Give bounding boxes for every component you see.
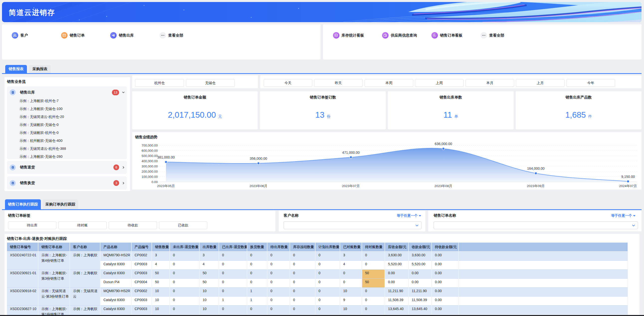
svg-text:2023年07月: 2023年07月	[342, 184, 360, 188]
svg-text:0.00: 0.00	[152, 180, 158, 184]
svg-text:381,000.00: 381,000.00	[157, 155, 175, 159]
svg-text:2023年06月: 2023年06月	[250, 184, 268, 188]
svg-text:100,000.00: 100,000.00	[142, 175, 158, 179]
svg-text:600,000.00: 600,000.00	[142, 149, 158, 153]
svg-text:简道云进销存: 简道云进销存	[8, 8, 55, 16]
svg-text:2023年08月: 2023年08月	[434, 184, 452, 188]
svg-text:700,000.00: 700,000.00	[142, 144, 158, 147]
svg-text:9,150.00: 9,150.00	[621, 175, 635, 179]
svg-text:400,000.00: 400,000.00	[142, 159, 158, 163]
svg-text:2024年07月: 2024年07月	[619, 184, 637, 188]
svg-text:200,000.00: 200,000.00	[142, 170, 158, 173]
svg-text:471,000.00: 471,000.00	[342, 151, 360, 155]
svg-text:2023年05月: 2023年05月	[157, 184, 175, 188]
svg-text:356,000.00: 356,000.00	[250, 157, 267, 160]
svg-text:2023年09月: 2023年09月	[527, 184, 545, 188]
svg-text:300,000.00: 300,000.00	[142, 164, 158, 168]
svg-text:636,000.00: 636,000.00	[435, 142, 452, 146]
svg-text:164,000.00: 164,000.00	[527, 166, 544, 170]
svg-text:500,000.00: 500,000.00	[142, 154, 158, 158]
